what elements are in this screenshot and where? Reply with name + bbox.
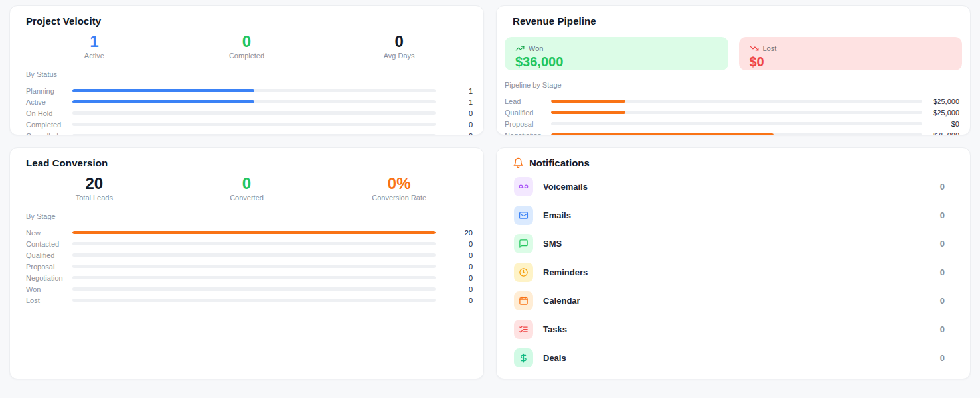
stat-label: Avg Days (323, 52, 475, 60)
notification-item[interactable]: Tasks 0 (511, 315, 955, 344)
notification-label: SMS (543, 239, 940, 249)
bar-row-value: 0 (436, 251, 473, 259)
bar-row-value: $75,000 (922, 131, 959, 136)
notification-count: 0 (940, 239, 953, 249)
bar-row-label: Completed (26, 121, 67, 129)
stat-value: 1 (18, 33, 171, 50)
stat: 0 Completed (171, 33, 323, 60)
bar-row-label: Proposal (505, 120, 546, 128)
bar-row-label: Contacted (26, 240, 67, 248)
dollar-sign-icon (514, 348, 533, 367)
notification-count: 0 (940, 182, 953, 192)
bar-row-label: Planning (26, 87, 67, 95)
lead-conversion-card: Lead Conversion 20 Total Leads 0 Convert… (9, 147, 484, 379)
bar-row-label: Negotiation (505, 131, 546, 136)
bar-track (72, 111, 436, 115)
notifications-title: Notifications (529, 157, 590, 168)
bar-row-label: Cancelled (26, 132, 67, 136)
bar-track (72, 253, 436, 257)
by-stage-label: By Stage (18, 212, 475, 220)
bar-row: Lead $25,000 (505, 96, 959, 107)
notification-item[interactable]: Deals 0 (511, 344, 955, 372)
clock-icon (514, 263, 533, 282)
bar-row: Lost 0 (26, 295, 473, 306)
stat-label: Active (18, 52, 171, 60)
stat-value: 0 (171, 33, 323, 50)
bar-row-label: Proposal (26, 263, 67, 271)
stat: 1 Active (18, 33, 171, 60)
bar-row: Proposal 0 (26, 261, 473, 272)
bar-row-label: Negotiation (26, 274, 67, 282)
notification-label: Tasks (543, 324, 940, 334)
mail-icon (514, 206, 533, 225)
notification-count: 0 (940, 353, 953, 363)
bar-track (72, 298, 436, 302)
bar-track (72, 123, 436, 126)
bar-row: Contacted 0 (26, 238, 473, 249)
list-checks-icon (514, 320, 533, 339)
bar-row: Cancelled 0 (26, 130, 473, 135)
bar-row-value: 20 (436, 229, 473, 237)
stat-label: Completed (171, 52, 323, 60)
bar-row-value: $0 (922, 120, 959, 128)
bar-row: Won 0 (26, 283, 473, 295)
won-summary-box: Won $36,000 (505, 37, 728, 70)
stat-label: Total Leads (18, 194, 171, 202)
trending-up-icon (515, 44, 525, 53)
notification-label: Calendar (543, 296, 940, 306)
bar-row: Completed 0 (26, 119, 473, 130)
by-status-label: By Status (18, 70, 475, 78)
notification-item[interactable]: SMS 0 (511, 230, 955, 258)
dashboard: Project Velocity 1 Active 0 Completed 0 … (0, 0, 980, 379)
bar-track (72, 134, 436, 135)
stat: 0 Avg Days (323, 33, 475, 60)
bar-track (72, 287, 436, 291)
lead-conversion-title: Lead Conversion (18, 157, 475, 168)
notifications-card: Notifications Voicemails 0 Emails 0 SMS … (496, 147, 971, 379)
status-bar-list: Planning 1 Active 1 On Hold 0 Completed … (18, 85, 475, 135)
bar-track (72, 265, 436, 268)
notification-count: 0 (940, 210, 953, 220)
stat: 0% Conversion Rate (323, 175, 475, 202)
bar-row-label: Qualified (505, 109, 546, 117)
bar-row: Planning 1 (26, 85, 473, 96)
bar-row-value: 0 (436, 274, 473, 282)
bar-track (72, 231, 436, 234)
calendar-icon (514, 291, 533, 310)
notification-count: 0 (940, 267, 953, 277)
bar-track (72, 242, 436, 245)
stat-value: 20 (18, 175, 171, 192)
bar-row: On Hold 0 (26, 107, 473, 119)
bar-row-label: Lost (26, 297, 67, 304)
bar-row: Qualified 0 (26, 249, 473, 261)
bar-track (551, 100, 922, 103)
won-label-row: Won (515, 44, 718, 53)
bar-row-label: Qualified (26, 251, 67, 259)
bar-row-value: 0 (436, 285, 473, 293)
stat-value: 0 (323, 33, 475, 50)
won-amount: $36,000 (515, 54, 718, 70)
notification-item[interactable]: Voicemails 0 (511, 172, 955, 201)
project-velocity-title: Project Velocity (18, 15, 475, 27)
voicemail-icon (514, 177, 533, 196)
bar-row: Proposal $0 (505, 118, 959, 129)
bar-fill (551, 111, 625, 114)
bar-row-value: 1 (436, 98, 473, 106)
bar-row-value: $25,000 (922, 98, 959, 105)
bar-row: Qualified $25,000 (505, 107, 959, 118)
notification-item[interactable]: Calendar 0 (511, 287, 955, 315)
bar-row-label: Active (26, 98, 67, 106)
bar-track (72, 89, 436, 92)
notifications-list: Voicemails 0 Emails 0 SMS 0 Reminders 0 … (505, 172, 962, 372)
bar-row-label: New (26, 229, 67, 237)
notification-label: Emails (543, 210, 940, 220)
bar-fill (551, 133, 774, 135)
notification-label: Deals (543, 353, 940, 363)
bar-row-label: Lead (505, 98, 546, 105)
notification-item[interactable]: Emails 0 (511, 201, 955, 230)
bar-row: Active 1 (26, 96, 473, 107)
notifications-header: Notifications (505, 157, 962, 168)
bar-fill (72, 100, 254, 103)
notification-label: Reminders (543, 267, 940, 277)
notification-item[interactable]: Reminders 0 (511, 258, 955, 287)
